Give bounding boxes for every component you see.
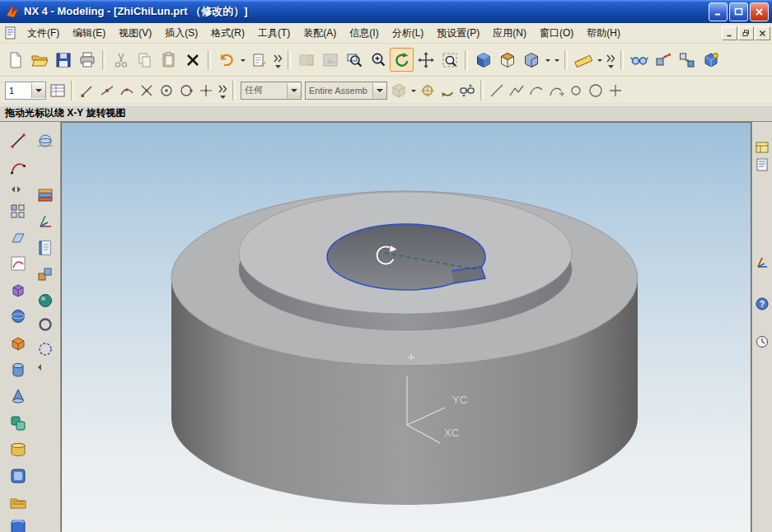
- snap-control-point-icon[interactable]: [117, 81, 137, 100]
- show-hide-icon[interactable]: [627, 48, 651, 72]
- boss-feature-icon[interactable]: [7, 439, 29, 460]
- undo-icon[interactable]: [214, 48, 238, 72]
- selection-intent-icon[interactable]: [389, 81, 409, 100]
- blocks-icon[interactable]: [35, 264, 56, 285]
- new-icon[interactable]: [3, 48, 27, 72]
- revolve-icon[interactable]: [7, 306, 29, 327]
- selection-intent-dropdown-icon[interactable]: [409, 80, 418, 101]
- wcs-axes-icon[interactable]: [755, 255, 770, 270]
- render-style-icon[interactable]: [519, 48, 543, 72]
- circle-curve-icon[interactable]: [566, 81, 586, 100]
- snap-intersection-icon[interactable]: [137, 81, 157, 100]
- graphics-viewport[interactable]: YC XC: [61, 122, 751, 532]
- repeat-command-icon[interactable]: [247, 48, 271, 72]
- block-feature-icon[interactable]: [7, 333, 29, 354]
- part-navigator-icon[interactable]: [755, 157, 770, 172]
- menu-format[interactable]: 格式(R): [204, 24, 251, 43]
- snap-point-icon[interactable]: [196, 81, 216, 100]
- line-curve-icon[interactable]: [487, 81, 507, 100]
- cylinder-feature-icon[interactable]: [7, 359, 29, 380]
- shaded-sphere-icon[interactable]: [35, 290, 56, 311]
- menu-edit[interactable]: 编辑(E): [66, 24, 112, 43]
- help-icon[interactable]: ?: [755, 296, 770, 311]
- line-feature-icon[interactable]: [7, 130, 29, 152]
- filter-combo-arrow-icon[interactable]: [287, 83, 301, 98]
- menu-file[interactable]: 文件(F): [21, 24, 66, 43]
- datum-csys-icon[interactable]: [35, 211, 56, 232]
- save-icon[interactable]: [51, 48, 75, 72]
- arc-curve-icon[interactable]: [526, 81, 546, 100]
- menu-insert[interactable]: 插入(S): [158, 24, 204, 43]
- cut-icon[interactable]: [109, 48, 133, 72]
- interpart-link-icon[interactable]: [457, 81, 477, 100]
- menu-window[interactable]: 窗口(O): [533, 24, 580, 43]
- datum-plane-icon[interactable]: [7, 227, 29, 249]
- find-component-icon[interactable]: [418, 81, 437, 100]
- selection-scope-combo[interactable]: Entire Assemb: [305, 82, 387, 100]
- delete-icon[interactable]: [180, 48, 204, 72]
- render-style-dropdown-icon[interactable]: [543, 49, 552, 71]
- view-options-dropdown-icon[interactable]: [552, 49, 561, 71]
- toolbar-collapse-icon[interactable]: [33, 362, 43, 372]
- measure-icon[interactable]: [571, 48, 595, 72]
- assembly-navigator-icon[interactable]: [755, 140, 770, 155]
- layer-settings-icon[interactable]: [48, 81, 68, 100]
- scope-combo-arrow-icon[interactable]: [372, 83, 386, 98]
- snap-quadrant-icon[interactable]: [176, 81, 196, 100]
- shaded-view-icon[interactable]: [471, 48, 495, 72]
- menu-assemblies[interactable]: 装配(A): [297, 24, 343, 43]
- extrude-icon[interactable]: [7, 279, 29, 301]
- plane-icon[interactable]: [35, 338, 56, 360]
- arc-plus-icon[interactable]: [546, 81, 566, 100]
- unite-feature-icon[interactable]: [7, 413, 29, 434]
- copy-icon[interactable]: [133, 48, 157, 72]
- notebook-icon[interactable]: [35, 237, 56, 259]
- child-minimize-button[interactable]: [722, 26, 737, 40]
- zoom-box-icon[interactable]: [342, 48, 366, 72]
- books-icon[interactable]: [35, 184, 56, 206]
- menu-tools[interactable]: 工具(T): [251, 24, 297, 43]
- minimize-button[interactable]: [709, 2, 728, 21]
- wireframe-view-icon[interactable]: [495, 48, 519, 72]
- orient-sphere-icon[interactable]: [35, 130, 56, 152]
- fit-view-icon[interactable]: [437, 48, 461, 72]
- zoom-in-out-icon[interactable]: [366, 48, 390, 72]
- refresh-icon[interactable]: [294, 48, 318, 72]
- rotate-view-icon[interactable]: [390, 48, 414, 72]
- pattern-feature-icon[interactable]: [7, 201, 29, 222]
- child-restore-button[interactable]: [738, 26, 754, 40]
- history-icon[interactable]: [755, 334, 770, 349]
- open-icon[interactable]: [27, 48, 51, 72]
- sketch-icon[interactable]: [7, 253, 29, 274]
- more-tools-icon[interactable]: [271, 48, 284, 72]
- paste-icon[interactable]: [157, 48, 180, 72]
- menu-view[interactable]: 视图(V): [112, 24, 158, 43]
- menu-application[interactable]: 应用(N): [486, 24, 533, 43]
- polyline-curve-icon[interactable]: [507, 81, 526, 100]
- transform-icon[interactable]: [675, 48, 699, 72]
- ring-icon[interactable]: [35, 314, 56, 335]
- more-features-icon[interactable]: [7, 516, 29, 532]
- title-bar[interactable]: NX 4 - Modeling - [ZhiChiLun.prt （修改的）]: [0, 0, 772, 23]
- close-button[interactable]: [750, 2, 769, 21]
- menu-help[interactable]: 帮助(H): [580, 24, 627, 43]
- selection-filter-combo[interactable]: 任何: [241, 82, 302, 100]
- cone-feature-icon[interactable]: [7, 385, 29, 407]
- child-close-button[interactable]: [755, 26, 770, 40]
- previous-selection-icon[interactable]: [437, 81, 457, 100]
- point-plus-icon[interactable]: [606, 81, 625, 100]
- measure-dropdown-icon[interactable]: [595, 49, 604, 71]
- print-icon[interactable]: [75, 48, 99, 72]
- layer-combo[interactable]: 1: [5, 82, 46, 100]
- update-display-icon[interactable]: [318, 48, 342, 72]
- menu-analysis[interactable]: 分析(L): [386, 24, 431, 43]
- arc-feature-icon[interactable]: [7, 157, 29, 179]
- more-tools-icon[interactable]: [216, 78, 229, 102]
- more-tools-icon[interactable]: [604, 48, 617, 72]
- snap-mid-point-icon[interactable]: [97, 81, 117, 100]
- maximize-button[interactable]: [729, 2, 748, 21]
- snap-arc-center-icon[interactable]: [157, 81, 176, 100]
- thread-feature-icon[interactable]: [7, 492, 29, 513]
- model-canvas[interactable]: YC XC: [62, 123, 751, 532]
- pan-view-icon[interactable]: [414, 48, 437, 72]
